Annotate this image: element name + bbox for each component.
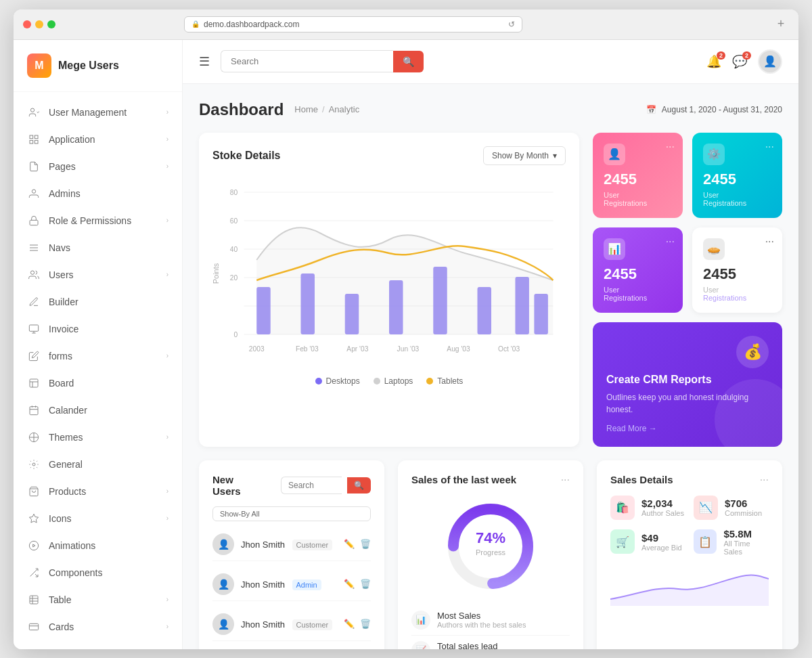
- sidebar-logo: M Mege Users: [14, 40, 182, 92]
- chart-area: 80 60 40 20 0 Points: [212, 179, 566, 368]
- sidebar-item-board[interactable]: Board: [14, 370, 182, 397]
- delete-user-button-1[interactable]: 🗑️: [360, 539, 371, 549]
- svg-text:80: 80: [230, 188, 238, 196]
- chart-filter-button[interactable]: Show By Month ▾: [483, 146, 566, 165]
- user-actions-3: ✏️ 🗑️: [344, 619, 371, 629]
- edit-user-button-3[interactable]: ✏️: [344, 619, 355, 629]
- search-button[interactable]: 🔍: [393, 51, 424, 72]
- cards-icon: [27, 620, 41, 634]
- sales-details-header: Sales Details ···: [610, 474, 769, 486]
- chart-header: Stoke Details Show By Month ▾: [212, 146, 566, 165]
- url-bar[interactable]: 🔒 demo.dashboardpack.com ↺: [184, 16, 522, 32]
- sidebar-item-animations[interactable]: Animations: [14, 532, 182, 559]
- sales-week-header: Sales of the last week ···: [411, 474, 570, 486]
- sidebar-item-builder[interactable]: Builder: [14, 288, 182, 315]
- sales-item-1: 📊 Most Sales Authors with the best sales: [411, 605, 570, 636]
- stat-card-menu-4[interactable]: ···: [765, 236, 774, 248]
- minimize-button[interactable]: [35, 20, 43, 28]
- users-search-button[interactable]: 🔍: [347, 477, 371, 494]
- svg-text:2003: 2003: [249, 344, 265, 352]
- user-role-3: Customer: [292, 619, 333, 630]
- stat-icon-1: 👤: [604, 144, 625, 165]
- notifications-button[interactable]: 🔔 2: [706, 54, 721, 69]
- edit-user-button-2[interactable]: ✏️: [344, 579, 355, 589]
- messages-button[interactable]: 💬 2: [732, 54, 747, 69]
- sidebar-item-table[interactable]: Table ›: [14, 586, 182, 613]
- author-sales-icon: 🛍️: [610, 496, 635, 520]
- svg-rect-14: [30, 379, 38, 387]
- user-avatar-2: 👤: [212, 573, 234, 595]
- user-avatar[interactable]: 👤: [758, 49, 782, 74]
- svg-text:Points: Points: [212, 263, 220, 284]
- stat-card-menu-3[interactable]: ···: [666, 236, 675, 248]
- sidebar-item-user-management[interactable]: User Management ›: [14, 99, 182, 126]
- sales-week-menu[interactable]: ···: [561, 474, 570, 486]
- sidebar-item-users[interactable]: Users ›: [14, 261, 182, 288]
- sidebar-item-admins[interactable]: Admins: [14, 180, 182, 207]
- users-icon: [27, 268, 41, 282]
- hamburger-button[interactable]: ☰: [199, 54, 210, 69]
- new-tab-button[interactable]: +: [773, 16, 789, 32]
- sidebar-label-application: Application: [49, 134, 95, 145]
- sidebar-item-role-permissions[interactable]: Role & Permissions ›: [14, 207, 182, 234]
- sidebar-item-calander[interactable]: Calander: [14, 397, 182, 424]
- sidebar-item-themes[interactable]: Themes ›: [14, 424, 182, 451]
- breadcrumb-current: Analytic: [329, 104, 360, 114]
- panel-filter-button[interactable]: Show-By All: [212, 506, 371, 521]
- chevron-icon: ›: [166, 162, 168, 170]
- close-button[interactable]: [23, 20, 31, 28]
- logo-icon: M: [27, 53, 51, 78]
- search-input[interactable]: [221, 50, 393, 72]
- sidebar-item-charts[interactable]: Charts ›: [14, 640, 182, 649]
- most-sales-sub: Authors with the best sales: [437, 621, 526, 629]
- sidebar-item-pages[interactable]: Pages ›: [14, 153, 182, 180]
- page-title: Dashboard: [199, 100, 284, 119]
- messages-badge: 2: [742, 51, 751, 60]
- sidebar-label-general: General: [49, 459, 83, 470]
- sidebar-item-application[interactable]: Application ›: [14, 126, 182, 153]
- all-time-info: $5.8M All Time Sales: [723, 528, 769, 556]
- delete-user-button-2[interactable]: 🗑️: [360, 579, 371, 589]
- chevron-icon: ›: [166, 487, 168, 495]
- sidebar-item-invoice[interactable]: Invoice: [14, 315, 182, 343]
- chevron-icon: ›: [166, 271, 168, 278]
- all-time-amount: $5.8M: [723, 528, 769, 540]
- components-icon: [27, 566, 41, 579]
- sidebar-label-icons: Icons: [49, 513, 71, 524]
- chevron-icon: ›: [166, 623, 168, 630]
- delete-user-button-3[interactable]: 🗑️: [360, 619, 371, 629]
- chevron-icon: ›: [166, 514, 168, 522]
- sidebar-item-forms[interactable]: forms ›: [14, 343, 182, 370]
- author-sales-amount: $2,034: [641, 498, 684, 509]
- sidebar-item-components[interactable]: Components: [14, 559, 182, 586]
- edit-user-button-1[interactable]: ✏️: [344, 539, 355, 549]
- sidebar-item-navs[interactable]: Navs: [14, 234, 182, 261]
- charts-icon: [27, 647, 41, 649]
- stat-row-1: ··· 👤 2455 UserRegistrations ··· ⚙️ 2455…: [593, 133, 782, 218]
- second-row: NewUsers 🔍 Show-By All 👤 Jhon S: [199, 460, 782, 649]
- stat-card-menu-1[interactable]: ···: [666, 141, 675, 153]
- sidebar-item-products[interactable]: Products ›: [14, 478, 182, 505]
- chart-legend: Desktops Laptops Tablets: [212, 376, 566, 386]
- svg-rect-1: [30, 135, 33, 139]
- svg-rect-28: [30, 596, 38, 604]
- sidebar-item-cards[interactable]: Cards ›: [14, 613, 182, 640]
- users-search-input[interactable]: [281, 477, 342, 494]
- sales-details-panel: Sales Details ··· 🛍️ $2,034 Author Sales: [597, 460, 782, 649]
- sales-grid: 🛍️ $2,034 Author Sales 📉 $706: [610, 496, 769, 556]
- stat-number-4: 2455: [703, 265, 771, 283]
- maximize-button[interactable]: [47, 20, 55, 28]
- avg-bid-label: Average Bid: [641, 544, 682, 552]
- reload-icon[interactable]: ↺: [508, 20, 515, 29]
- sidebar-item-icons[interactable]: Icons ›: [14, 505, 182, 532]
- page-header-left: Dashboard Home / Analytic: [199, 100, 359, 119]
- stat-icon-4: 🥧: [703, 238, 725, 260]
- header-right: 🔔 2 💬 2 👤: [706, 49, 782, 74]
- avg-bid-info: $49 Average Bid: [641, 532, 682, 552]
- user-list: 👤 Jhon Smith Customer ✏️ 🗑️: [212, 528, 371, 641]
- sidebar-item-general[interactable]: General: [14, 451, 182, 478]
- sales-details-menu[interactable]: ···: [760, 474, 769, 486]
- stat-card-registrations-2: ··· ⚙️ 2455 UserRegistrations: [692, 133, 782, 218]
- stat-card-menu-2[interactable]: ···: [765, 141, 774, 153]
- chart-title: Stoke Details: [212, 150, 280, 162]
